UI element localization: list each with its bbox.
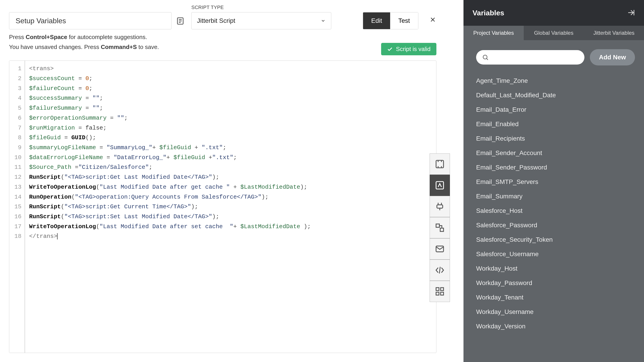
variable-list: Agent_Time_ZoneDefault_Last_Modified_Dat… <box>476 74 635 334</box>
sidebar-header: Variables <box>464 0 644 26</box>
variable-search[interactable] <box>476 50 584 64</box>
fullscreen-icon <box>435 159 445 169</box>
hint-kbd: Command+S <box>101 44 137 50</box>
grid-icon <box>435 286 445 296</box>
svg-rect-1 <box>436 160 444 168</box>
hint-autocomplete: Press Control+Space for autocomplete sug… <box>9 32 454 42</box>
svg-rect-2 <box>436 182 444 189</box>
variable-item[interactable]: Email_Sender_Password <box>476 160 635 175</box>
script-icon <box>435 265 445 275</box>
code-content[interactable]: <trans>$successCount = 0;$failureCount =… <box>25 61 436 353</box>
variables-sidebar: Variables Project VariablesGlobal Variab… <box>464 0 644 362</box>
check-icon <box>387 46 393 52</box>
operations-icon <box>435 223 445 233</box>
svg-rect-3 <box>437 205 443 208</box>
variable-item[interactable]: Email_Summary <box>476 189 635 204</box>
main-panel: SCRIPT TYPE Jitterbit Script Edit Test P… <box>0 0 464 362</box>
variable-item[interactable]: Email_Sender_Account <box>476 146 635 160</box>
variable-search-input[interactable] <box>492 54 578 60</box>
sidebar-controls: Add New <box>476 49 635 66</box>
rail-fullscreen[interactable] <box>430 154 450 175</box>
test-mode-button[interactable]: Test <box>390 12 418 29</box>
hint-text: Press <box>9 34 26 40</box>
search-icon <box>482 54 489 61</box>
variable-item[interactable]: Email_Data_Error <box>476 102 635 117</box>
variable-item[interactable]: Workday_Password <box>476 276 635 290</box>
script-valid-badge: Script is valid <box>381 43 436 55</box>
plugin-icon <box>435 202 445 212</box>
variable-item[interactable]: Default_Last_Modified_Date <box>476 88 635 102</box>
tab-jitterbit-variables[interactable]: Jitterbit Variables <box>584 26 644 40</box>
variable-item[interactable]: Email_Recipients <box>476 131 635 146</box>
close-button[interactable] <box>429 16 436 25</box>
collapse-sidebar-button[interactable] <box>627 8 635 18</box>
rail-script[interactable] <box>430 260 450 281</box>
svg-rect-9 <box>436 292 439 295</box>
variable-item[interactable]: Workday_Version <box>476 319 635 334</box>
chevron-down-icon <box>321 18 326 23</box>
variable-item[interactable]: Agent_Time_Zone <box>476 74 635 88</box>
hint-text: for autocomplete suggestions. <box>67 34 147 40</box>
script-title-input[interactable] <box>9 12 172 29</box>
email-icon <box>435 244 445 254</box>
svg-rect-8 <box>441 288 444 291</box>
sidebar-tabs: Project VariablesGlobal VariablesJitterb… <box>464 26 644 40</box>
rail-email[interactable] <box>430 238 450 260</box>
svg-rect-5 <box>440 228 444 232</box>
script-type-value: Jitterbit Script <box>197 17 235 24</box>
toolbar: SCRIPT TYPE Jitterbit Script Edit Test <box>0 4 464 29</box>
tab-project-variables[interactable]: Project Variables <box>464 26 524 40</box>
collapse-right-icon <box>627 8 635 17</box>
rail-plugin[interactable] <box>430 196 450 217</box>
variable-icon <box>435 180 445 190</box>
code-editor[interactable]: 123456789101112131415161718 <trans>$succ… <box>9 60 436 353</box>
rail-grid[interactable] <box>430 281 450 302</box>
variable-item[interactable]: Salesforce_Host <box>476 204 635 218</box>
notes-icon <box>176 17 184 25</box>
side-rail <box>430 154 450 302</box>
script-type-label: SCRIPT TYPE <box>191 4 331 10</box>
svg-rect-7 <box>436 288 439 291</box>
svg-rect-4 <box>436 224 440 228</box>
variable-item[interactable]: Salesforce_Username <box>476 247 635 261</box>
add-new-variable-button[interactable]: Add New <box>590 49 635 66</box>
variable-item[interactable]: Workday_Host <box>476 261 635 276</box>
variable-item[interactable]: Salesforce_Password <box>476 218 635 232</box>
script-type-field: SCRIPT TYPE Jitterbit Script <box>191 4 331 29</box>
hint-kbd: Control+Space <box>26 34 67 40</box>
rail-operations[interactable] <box>430 217 450 238</box>
rail-variable[interactable] <box>430 175 450 196</box>
variable-item[interactable]: Email_Enabled <box>476 117 635 131</box>
sidebar-body: Add New Agent_Time_ZoneDefault_Last_Modi… <box>464 40 644 338</box>
close-icon <box>429 16 436 23</box>
variable-item[interactable]: Email_SMTP_Servers <box>476 175 635 189</box>
mode-toggle: Edit Test <box>363 12 418 29</box>
hint-text: You have unsaved changes. Press <box>9 44 101 50</box>
sidebar-title: Variables <box>472 9 504 17</box>
valid-badge-text: Script is valid <box>396 46 430 52</box>
svg-point-11 <box>483 55 487 59</box>
variable-item[interactable]: Workday_Username <box>476 305 635 319</box>
tab-global-variables[interactable]: Global Variables <box>524 26 584 40</box>
svg-rect-10 <box>441 292 444 295</box>
variable-item[interactable]: Salesforce_Security_Token <box>476 232 635 247</box>
script-type-select[interactable]: Jitterbit Script <box>191 12 331 29</box>
hint-text: to save. <box>137 44 159 50</box>
variable-item[interactable]: Workday_Tenant <box>476 290 635 305</box>
edit-mode-button[interactable]: Edit <box>363 12 390 29</box>
line-gutter: 123456789101112131415161718 <box>9 61 25 353</box>
